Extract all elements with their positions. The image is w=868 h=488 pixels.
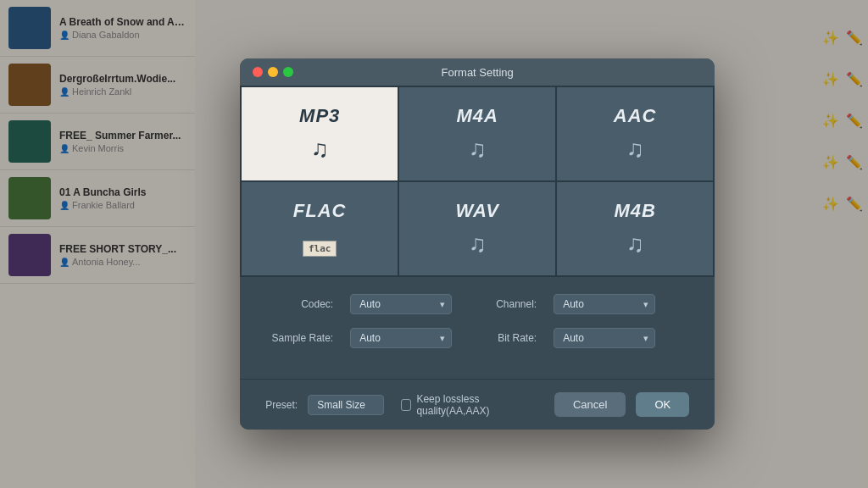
sample-rate-label: Sample Rate: <box>265 332 333 344</box>
format-flac[interactable]: FLAC flac <box>242 182 398 275</box>
minimize-button[interactable] <box>268 67 278 77</box>
modal-titlebar: Format Setting <box>240 58 715 86</box>
codec-select[interactable]: Auto <box>350 294 452 314</box>
music-note-icon: ♫ <box>626 230 644 258</box>
bit-rate-select[interactable]: Auto <box>554 328 655 348</box>
lossless-checkbox-group: Keep lossless quality(AA,AAX) <box>401 393 534 417</box>
format-name-m4b: M4B <box>614 200 655 222</box>
music-note-icon: ♫ <box>469 230 487 258</box>
ok-button[interactable]: OK <box>636 392 689 417</box>
bit-rate-label: Bit Rate: <box>469 332 537 344</box>
format-m4a[interactable]: M4A ♫ <box>399 87 555 180</box>
channel-select[interactable]: Auto <box>554 294 655 314</box>
format-grid: MP3 ♫ M4A ♫ AAC ♫ FLAC flac WAV ♫ M4B ♫ <box>240 86 715 277</box>
codec-label: Codec: <box>265 298 333 310</box>
format-name-m4a: M4A <box>456 105 498 127</box>
maximize-button[interactable] <box>283 67 293 77</box>
bit-rate-select-wrapper: Auto <box>554 328 655 348</box>
channel-select-wrapper: Auto <box>554 294 655 314</box>
music-note-icon: ♫ <box>626 136 644 163</box>
close-button[interactable] <box>253 67 263 77</box>
music-note-icon: ♫ <box>469 136 487 163</box>
traffic-lights <box>253 67 293 77</box>
settings-row-codec: Codec: Auto Channel: Auto <box>265 294 689 314</box>
lossless-checkbox[interactable] <box>401 399 411 411</box>
format-setting-dialog: Format Setting MP3 ♫ M4A ♫ AAC ♫ FLAC fl… <box>240 58 715 430</box>
lossless-label: Keep lossless quality(AA,AAX) <box>416 393 534 417</box>
codec-select-wrapper: Auto <box>350 294 452 314</box>
channel-label: Channel: <box>469 298 537 310</box>
settings-row-sample: Sample Rate: Auto Bit Rate: Auto <box>265 328 689 348</box>
format-name-flac: FLAC <box>293 200 347 222</box>
music-note-icon: ♫ <box>311 136 329 163</box>
format-m4b[interactable]: M4B ♫ <box>557 182 713 275</box>
settings-area: Codec: Auto Channel: Auto Sample Rate: A… <box>240 277 715 379</box>
format-mp3[interactable]: MP3 ♫ <box>242 87 398 180</box>
format-name-aac: AAC <box>614 105 657 127</box>
format-name-mp3: MP3 <box>299 105 340 127</box>
bottom-bar: Preset: Keep lossless quality(AA,AAX) Ca… <box>240 379 715 430</box>
format-name-wav: WAV <box>455 200 498 222</box>
sample-rate-select[interactable]: Auto <box>350 328 452 348</box>
modal-title: Format Setting <box>442 66 514 79</box>
sample-rate-select-wrapper: Auto <box>350 328 452 348</box>
preset-label: Preset: <box>265 399 298 411</box>
flac-badge-icon: flac <box>303 230 337 258</box>
format-wav[interactable]: WAV ♫ <box>399 182 555 275</box>
cancel-button[interactable]: Cancel <box>554 392 626 417</box>
preset-input[interactable] <box>308 395 384 415</box>
format-aac[interactable]: AAC ♫ <box>557 87 713 180</box>
